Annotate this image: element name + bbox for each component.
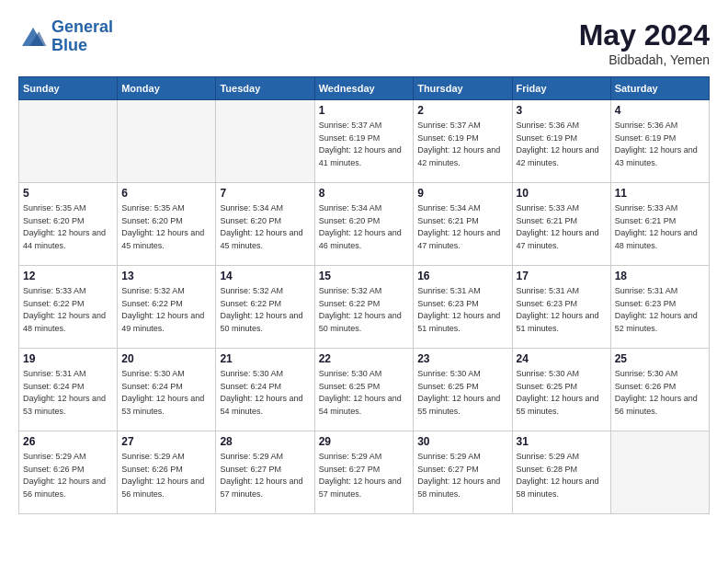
week-row-3: 12 Sunrise: 5:33 AMSunset: 6:22 PMDaylig… [19,266,710,349]
day-number: 12 [23,270,113,282]
day-cell-4-3: 29 Sunrise: 5:29 AMSunset: 6:27 PMDaylig… [314,431,413,514]
day-cell-1-4: 9 Sunrise: 5:34 AMSunset: 6:21 PMDayligh… [414,183,512,266]
col-saturday: Saturday [610,77,709,100]
day-cell-2-4: 16 Sunrise: 5:31 AMSunset: 6:23 PMDaylig… [414,266,512,349]
day-number: 8 [319,187,409,200]
day-info: Sunrise: 5:31 AMSunset: 6:23 PMDaylight:… [517,285,607,335]
col-thursday: Thursday [414,77,512,100]
day-cell-3-2: 21 Sunrise: 5:30 AMSunset: 6:24 PMDaylig… [216,349,314,431]
day-cell-3-6: 25 Sunrise: 5:30 AMSunset: 6:26 PMDaylig… [610,349,709,431]
day-number: 18 [615,270,705,282]
week-row-5: 26 Sunrise: 5:29 AMSunset: 6:26 PMDaylig… [19,431,710,514]
logo-icon [18,24,48,50]
day-info: Sunrise: 5:34 AMSunset: 6:20 PMDaylight:… [220,202,310,252]
day-info: Sunrise: 5:29 AMSunset: 6:26 PMDaylight:… [121,451,211,500]
day-number: 22 [319,352,409,365]
day-cell-4-5: 31 Sunrise: 5:29 AMSunset: 6:28 PMDaylig… [512,431,610,514]
day-number: 10 [517,187,607,200]
day-info: Sunrise: 5:30 AMSunset: 6:26 PMDaylight:… [615,368,705,418]
day-cell-0-0 [19,100,118,183]
day-info: Sunrise: 5:29 AMSunset: 6:26 PMDaylight:… [23,451,113,500]
day-cell-4-2: 28 Sunrise: 5:29 AMSunset: 6:27 PMDaylig… [216,431,314,514]
col-wednesday: Wednesday [314,77,413,100]
day-number: 6 [121,187,211,200]
day-number: 16 [417,270,507,282]
calendar-table: Sunday Monday Tuesday Wednesday Thursday… [18,76,710,514]
day-cell-3-1: 20 Sunrise: 5:30 AMSunset: 6:24 PMDaylig… [118,349,216,431]
day-cell-1-3: 8 Sunrise: 5:34 AMSunset: 6:20 PMDayligh… [314,183,413,266]
col-sunday: Sunday [19,77,118,100]
day-info: Sunrise: 5:33 AMSunset: 6:21 PMDaylight:… [517,202,607,252]
day-info: Sunrise: 5:33 AMSunset: 6:21 PMDaylight:… [615,202,705,252]
page-header: GeneralBlue May 2024 Bidbadah, Yemen [18,18,710,67]
day-cell-2-3: 15 Sunrise: 5:32 AMSunset: 6:22 PMDaylig… [314,266,413,349]
col-tuesday: Tuesday [216,77,314,100]
day-number: 30 [417,435,507,448]
day-info: Sunrise: 5:34 AMSunset: 6:21 PMDaylight:… [417,202,507,252]
week-row-4: 19 Sunrise: 5:31 AMSunset: 6:24 PMDaylig… [19,349,710,431]
header-row: Sunday Monday Tuesday Wednesday Thursday… [19,77,710,100]
col-friday: Friday [512,77,610,100]
day-cell-2-2: 14 Sunrise: 5:32 AMSunset: 6:22 PMDaylig… [216,266,314,349]
day-number: 15 [319,270,409,282]
day-info: Sunrise: 5:36 AMSunset: 6:19 PMDaylight:… [615,120,705,169]
day-info: Sunrise: 5:30 AMSunset: 6:24 PMDaylight:… [121,368,211,418]
day-number: 27 [121,435,211,448]
day-cell-4-6 [610,431,709,514]
day-number: 3 [517,104,607,117]
day-cell-1-5: 10 Sunrise: 5:33 AMSunset: 6:21 PMDaylig… [512,183,610,266]
day-info: Sunrise: 5:37 AMSunset: 6:19 PMDaylight:… [417,120,507,169]
day-info: Sunrise: 5:30 AMSunset: 6:25 PMDaylight:… [517,368,607,418]
day-info: Sunrise: 5:29 AMSunset: 6:27 PMDaylight:… [417,451,507,500]
day-number: 19 [23,352,113,365]
day-info: Sunrise: 5:31 AMSunset: 6:23 PMDaylight:… [615,285,705,335]
day-cell-2-1: 13 Sunrise: 5:32 AMSunset: 6:22 PMDaylig… [118,266,216,349]
day-number: 28 [220,435,310,448]
day-cell-2-6: 18 Sunrise: 5:31 AMSunset: 6:23 PMDaylig… [610,266,709,349]
day-cell-1-6: 11 Sunrise: 5:33 AMSunset: 6:21 PMDaylig… [610,183,709,266]
day-number: 23 [417,352,507,365]
week-row-1: 1 Sunrise: 5:37 AMSunset: 6:19 PMDayligh… [19,100,710,183]
day-info: Sunrise: 5:35 AMSunset: 6:20 PMDaylight:… [23,202,113,252]
day-cell-0-5: 3 Sunrise: 5:36 AMSunset: 6:19 PMDayligh… [512,100,610,183]
day-number: 1 [319,104,409,117]
day-info: Sunrise: 5:33 AMSunset: 6:22 PMDaylight:… [23,285,113,335]
day-cell-4-1: 27 Sunrise: 5:29 AMSunset: 6:26 PMDaylig… [118,431,216,514]
day-cell-4-4: 30 Sunrise: 5:29 AMSunset: 6:27 PMDaylig… [414,431,512,514]
day-number: 31 [517,435,607,448]
day-number: 4 [615,104,705,117]
day-number: 9 [417,187,507,200]
month-year: May 2024 [579,18,710,52]
day-info: Sunrise: 5:29 AMSunset: 6:27 PMDaylight:… [220,451,310,500]
title-block: May 2024 Bidbadah, Yemen [579,18,710,67]
day-cell-0-6: 4 Sunrise: 5:36 AMSunset: 6:19 PMDayligh… [610,100,709,183]
day-cell-1-2: 7 Sunrise: 5:34 AMSunset: 6:20 PMDayligh… [216,183,314,266]
day-number: 2 [417,104,507,117]
day-info: Sunrise: 5:31 AMSunset: 6:23 PMDaylight:… [417,285,507,335]
day-info: Sunrise: 5:32 AMSunset: 6:22 PMDaylight:… [319,285,409,335]
day-cell-0-4: 2 Sunrise: 5:37 AMSunset: 6:19 PMDayligh… [414,100,512,183]
day-cell-0-1 [118,100,216,183]
day-cell-3-0: 19 Sunrise: 5:31 AMSunset: 6:24 PMDaylig… [19,349,118,431]
day-cell-3-4: 23 Sunrise: 5:30 AMSunset: 6:25 PMDaylig… [414,349,512,431]
week-row-2: 5 Sunrise: 5:35 AMSunset: 6:20 PMDayligh… [19,183,710,266]
day-info: Sunrise: 5:34 AMSunset: 6:20 PMDaylight:… [319,202,409,252]
day-number: 20 [121,352,211,365]
day-number: 24 [517,352,607,365]
logo: GeneralBlue [18,18,113,55]
day-info: Sunrise: 5:30 AMSunset: 6:25 PMDaylight:… [417,368,507,418]
day-info: Sunrise: 5:37 AMSunset: 6:19 PMDaylight:… [319,120,409,169]
day-number: 14 [220,270,310,282]
day-cell-3-3: 22 Sunrise: 5:30 AMSunset: 6:25 PMDaylig… [314,349,413,431]
day-info: Sunrise: 5:35 AMSunset: 6:20 PMDaylight:… [121,202,211,252]
day-number: 29 [319,435,409,448]
day-info: Sunrise: 5:32 AMSunset: 6:22 PMDaylight:… [220,285,310,335]
day-number: 7 [220,187,310,200]
day-info: Sunrise: 5:31 AMSunset: 6:24 PMDaylight:… [23,368,113,418]
day-info: Sunrise: 5:30 AMSunset: 6:25 PMDaylight:… [319,368,409,418]
day-info: Sunrise: 5:29 AMSunset: 6:27 PMDaylight:… [319,451,409,500]
day-cell-0-3: 1 Sunrise: 5:37 AMSunset: 6:19 PMDayligh… [314,100,413,183]
day-number: 5 [23,187,113,200]
day-cell-4-0: 26 Sunrise: 5:29 AMSunset: 6:26 PMDaylig… [19,431,118,514]
logo-text: GeneralBlue [51,18,113,55]
